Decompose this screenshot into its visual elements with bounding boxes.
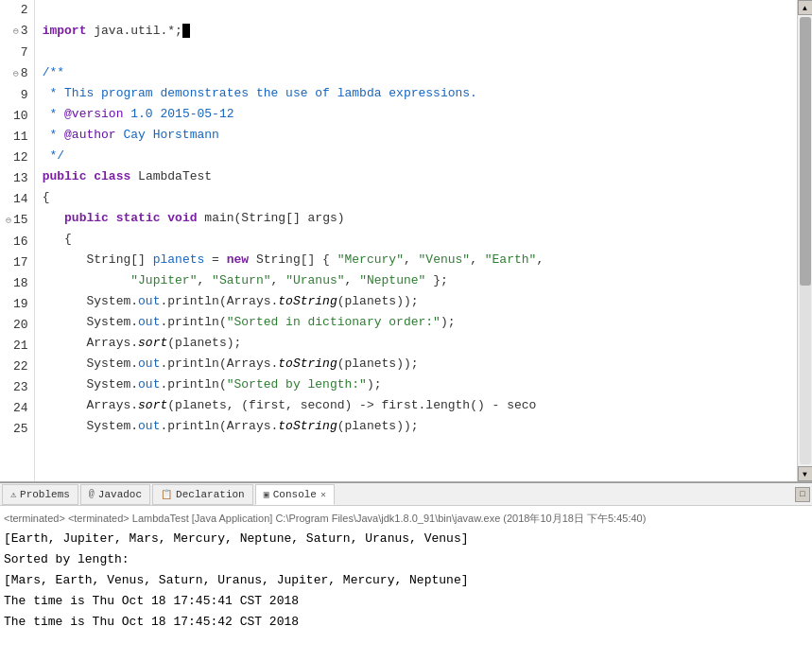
code-line: /** bbox=[43, 62, 797, 83]
code-content[interactable]: import java.util.*; /** * This program d… bbox=[35, 0, 797, 481]
scroll-right-arrow[interactable]: ► bbox=[795, 482, 810, 483]
tab-problems[interactable]: ⚠ Problems bbox=[2, 484, 78, 505]
code-line: System.out.println("Sorted by length:"); bbox=[43, 374, 797, 395]
code-line: * @version 1.0 2015-05-12 bbox=[43, 104, 797, 125]
console-content: <terminated> <terminated> LambdaTest [Ja… bbox=[0, 506, 812, 661]
tab-console[interactable]: ▣ Console ✕ bbox=[255, 484, 335, 505]
code-line: String[] planets = new String[] { "Mercu… bbox=[43, 250, 797, 270]
code-line: System.out.println(Arrays.toString(plane… bbox=[43, 291, 797, 312]
code-line: */ bbox=[43, 146, 797, 166]
tab-javadoc[interactable]: @ Javadoc bbox=[80, 484, 150, 505]
scroll-down-arrow[interactable]: ▼ bbox=[798, 466, 813, 481]
problems-icon: ⚠ bbox=[10, 489, 16, 500]
tab-bar: ⚠ Problems @ Javadoc 📋 Declaration ▣ Con… bbox=[0, 483, 812, 506]
code-line bbox=[43, 42, 797, 62]
line-numbers: 2 3 7 8 9 10 11 12 13 14 15 16 17 18 19 … bbox=[0, 0, 35, 481]
console-output-line-1: [Earth, Jupiter, Mars, Mercury, Neptune,… bbox=[4, 529, 808, 549]
code-line: System.out.println(Arrays.toString(plane… bbox=[43, 354, 797, 374]
tab-bar-right: □ bbox=[795, 487, 810, 502]
code-line: * @author Cay Horstmann bbox=[43, 125, 797, 146]
code-line bbox=[43, 0, 797, 21]
panel-minimize-button[interactable]: □ bbox=[795, 487, 810, 502]
code-line: "Jupiter", "Saturn", "Uranus", "Neptune"… bbox=[43, 270, 797, 291]
tab-javadoc-label: Javadoc bbox=[98, 489, 142, 500]
console-close-button[interactable]: ✕ bbox=[320, 489, 326, 500]
code-line: import java.util.*; bbox=[43, 21, 797, 42]
code-line: Arrays.sort(planets, (first, second) -> … bbox=[43, 395, 797, 416]
console-output-line-5: The time is Thu Oct 18 17:45:42 CST 2018 bbox=[4, 612, 808, 633]
tab-problems-label: Problems bbox=[20, 489, 70, 500]
code-line: public class LambdaTest bbox=[43, 166, 797, 187]
terminated-detail: <terminated> LambdaTest [Java Applicatio… bbox=[68, 513, 646, 524]
code-line: Arrays.sort(planets); bbox=[43, 333, 797, 354]
console-output-line-2: Sorted by length: bbox=[4, 549, 808, 570]
console-icon: ▣ bbox=[264, 489, 269, 500]
code-line: { bbox=[43, 187, 797, 208]
scroll-thumb-vertical[interactable] bbox=[800, 17, 811, 286]
vertical-scrollbar[interactable]: ▲ ▼ bbox=[797, 0, 812, 481]
console-output-line-4: The time is Thu Oct 18 17:45:41 CST 2018 bbox=[4, 591, 808, 612]
tab-declaration-label: Declaration bbox=[176, 489, 245, 500]
tab-declaration[interactable]: 📋 Declaration bbox=[152, 484, 253, 505]
code-line: System.out.println("Sorted in dictionary… bbox=[43, 312, 797, 333]
tab-console-label: Console bbox=[273, 489, 317, 500]
declaration-icon: 📋 bbox=[161, 489, 172, 500]
console-terminated-line: <terminated> <terminated> LambdaTest [Ja… bbox=[4, 508, 808, 529]
javadoc-icon: @ bbox=[89, 489, 95, 499]
code-editor[interactable]: 2 3 7 8 9 10 11 12 13 14 15 16 17 18 19 … bbox=[0, 0, 812, 482]
code-line: { bbox=[43, 229, 797, 250]
scroll-up-arrow[interactable]: ▲ bbox=[798, 0, 813, 15]
code-line: System.out.println(Arrays.toString(plane… bbox=[43, 416, 797, 437]
scroll-left-arrow[interactable]: ◄ bbox=[2, 482, 17, 483]
console-output-line-3: [Mars, Earth, Venus, Saturn, Uranus, Jup… bbox=[4, 570, 808, 591]
code-line: * This program demonstrates the use of l… bbox=[43, 83, 797, 104]
terminated-label: <terminated> bbox=[4, 513, 65, 524]
horizontal-scrollbar[interactable]: ◄ ► bbox=[0, 481, 812, 482]
code-line: public static void main(String[] args) bbox=[43, 208, 797, 229]
bottom-panel: ⚠ Problems @ Javadoc 📋 Declaration ▣ Con… bbox=[0, 482, 812, 661]
